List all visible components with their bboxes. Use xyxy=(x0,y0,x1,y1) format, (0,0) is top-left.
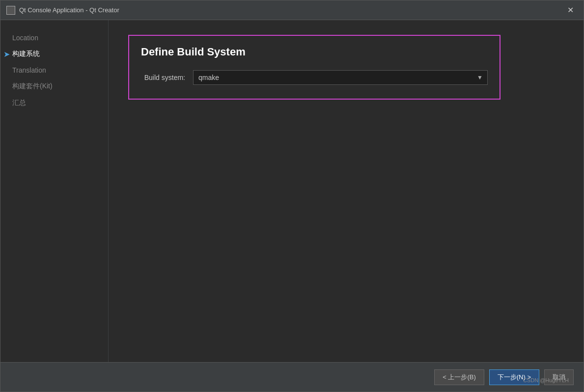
content-area: Location ➤ 构建系统 Translation 构建套件(Kit) 汇总… xyxy=(0,20,584,362)
app-icon xyxy=(6,6,15,15)
window-title: Qt Console Application - Qt Creator xyxy=(19,6,563,14)
build-system-select-wrapper: qmake CMake Qbs ▼ xyxy=(193,70,488,85)
active-arrow-icon: ➤ xyxy=(3,50,10,59)
build-system-select[interactable]: qmake CMake Qbs xyxy=(193,70,488,85)
main-window: Qt Console Application - Qt Creator ✕ Lo… xyxy=(0,0,584,392)
sidebar-item-build-system[interactable]: ➤ 构建系统 xyxy=(0,46,108,62)
close-button[interactable]: ✕ xyxy=(563,4,578,16)
main-panel: Define Build System Build system: qmake … xyxy=(109,20,584,362)
sidebar-item-location[interactable]: Location xyxy=(0,30,108,46)
build-system-row: Build system: qmake CMake Qbs ▼ xyxy=(141,70,488,85)
sidebar-item-summary[interactable]: 汇总 xyxy=(0,95,108,111)
sidebar-item-build-kit[interactable]: 构建套件(Kit) xyxy=(0,78,108,95)
watermark: CSDN @HugeYLH xyxy=(523,377,569,383)
footer-buttons: < 上一步(B) 下一步(N) > 取消 CSDN @HugeYLH xyxy=(10,369,574,385)
title-bar: Qt Console Application - Qt Creator ✕ xyxy=(0,0,584,20)
sidebar: Location ➤ 构建系统 Translation 构建套件(Kit) 汇总 xyxy=(0,20,109,362)
prev-button[interactable]: < 上一步(B) xyxy=(434,369,484,385)
sidebar-item-translation[interactable]: Translation xyxy=(0,62,108,78)
footer: < 上一步(B) 下一步(N) > 取消 CSDN @HugeYLH xyxy=(0,362,584,392)
section-title: Define Build System xyxy=(141,46,488,58)
define-build-system-box: Define Build System Build system: qmake … xyxy=(128,35,501,100)
build-system-label: Build system: xyxy=(141,74,185,81)
